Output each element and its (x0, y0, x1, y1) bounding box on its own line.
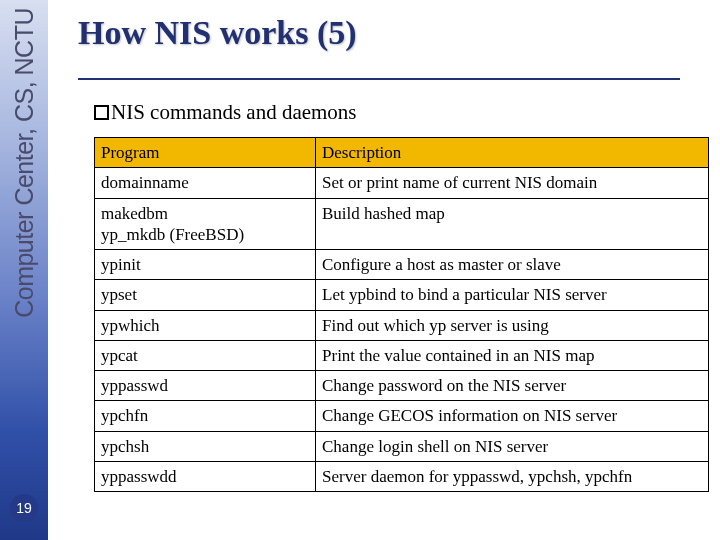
table-row: yppasswdChange password on the NIS serve… (95, 371, 709, 401)
slide-content: How NIS works (5) NIS commands and daemo… (60, 0, 720, 492)
table-row: domainnameSet or print name of current N… (95, 168, 709, 198)
cell-program: ypwhich (95, 310, 316, 340)
square-bullet-icon (94, 105, 109, 120)
cell-description: Build hashed map (316, 198, 709, 250)
commands-table: Program Description domainnameSet or pri… (94, 137, 709, 492)
page-number-badge: 19 (10, 494, 38, 522)
page-title: How NIS works (5) (78, 14, 680, 52)
header-program: Program (95, 138, 316, 168)
cell-description: Set or print name of current NIS domain (316, 168, 709, 198)
subtitle-text: NIS commands and daemons (111, 100, 357, 124)
cell-description: Find out which yp server is using (316, 310, 709, 340)
cell-program: ypchsh (95, 431, 316, 461)
table-row: ypcatPrint the value contained in an NIS… (95, 340, 709, 370)
table-header-row: Program Description (95, 138, 709, 168)
header-description: Description (316, 138, 709, 168)
table-row: ypinitConfigure a host as master or slav… (95, 250, 709, 280)
table-row: yppasswddServer daemon for yppasswd, ypc… (95, 461, 709, 491)
cell-program: ypchfn (95, 401, 316, 431)
table-row: ypchshChange login shell on NIS server (95, 431, 709, 461)
sidebar-label: Computer Center, CS, NCTU (10, 8, 39, 318)
cell-program: ypcat (95, 340, 316, 370)
cell-description: Configure a host as master or slave (316, 250, 709, 280)
cell-program: yppasswd (95, 371, 316, 401)
cell-program: domainname (95, 168, 316, 198)
cell-program: ypinit (95, 250, 316, 280)
cell-description: Change password on the NIS server (316, 371, 709, 401)
cell-program: makedbm yp_mkdb (FreeBSD) (95, 198, 316, 250)
sidebar: Computer Center, CS, NCTU (0, 0, 48, 540)
section-subtitle: NIS commands and daemons (94, 100, 680, 125)
page-number: 19 (16, 500, 32, 516)
title-rule (78, 78, 680, 80)
cell-description: Change login shell on NIS server (316, 431, 709, 461)
cell-description: Print the value contained in an NIS map (316, 340, 709, 370)
cell-program: yppasswdd (95, 461, 316, 491)
cell-description: Change GECOS information on NIS server (316, 401, 709, 431)
table-row: ypchfnChange GECOS information on NIS se… (95, 401, 709, 431)
table-row: makedbm yp_mkdb (FreeBSD)Build hashed ma… (95, 198, 709, 250)
cell-description: Server daemon for yppasswd, ypchsh, ypch… (316, 461, 709, 491)
cell-program: ypset (95, 280, 316, 310)
table-row: ypsetLet ypbind to bind a particular NIS… (95, 280, 709, 310)
table-row: ypwhichFind out which yp server is using (95, 310, 709, 340)
cell-description: Let ypbind to bind a particular NIS serv… (316, 280, 709, 310)
